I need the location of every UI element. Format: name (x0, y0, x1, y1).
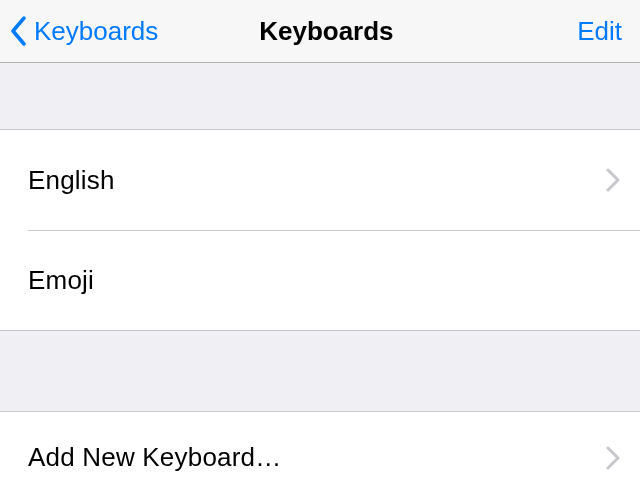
list-item-label: Add New Keyboard… (28, 442, 281, 473)
chevron-right-icon (606, 446, 620, 470)
list-item-label: English (28, 165, 115, 196)
chevron-right-icon (606, 168, 620, 192)
back-label: Keyboards (34, 16, 158, 47)
back-button[interactable]: Keyboards (0, 16, 158, 47)
chevron-left-icon (10, 16, 28, 46)
page-title: Keyboards (259, 16, 393, 47)
keyboard-row-english[interactable]: English (0, 130, 640, 230)
keyboards-list: English Emoji (0, 129, 640, 331)
nav-bar: Keyboards Keyboards Edit (0, 0, 640, 63)
list-item-label: Emoji (28, 265, 94, 296)
keyboard-row-emoji[interactable]: Emoji (0, 230, 640, 330)
edit-button[interactable]: Edit (577, 16, 640, 47)
section-spacer (0, 63, 640, 129)
section-spacer (0, 331, 640, 411)
add-keyboard-row[interactable]: Add New Keyboard… (0, 411, 640, 502)
